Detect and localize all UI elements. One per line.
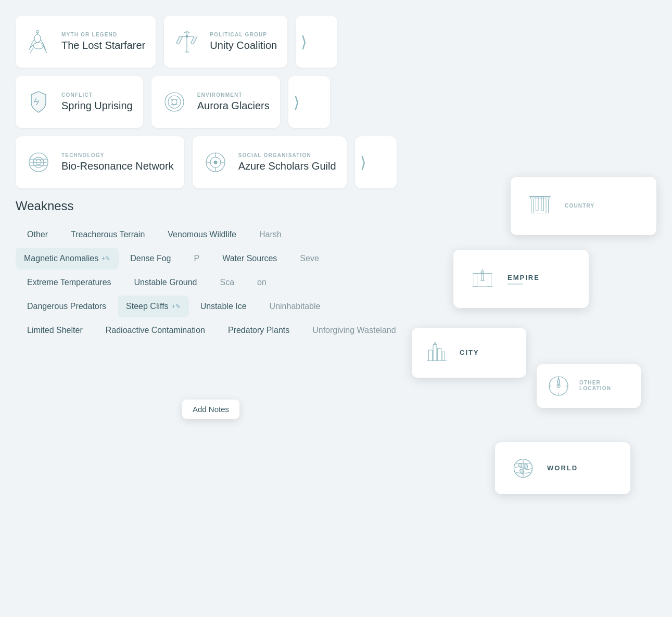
- card-environment-title: Aurora Glaciers: [197, 100, 270, 112]
- overlay-card-other-location-content: OTHER LOCATION: [579, 380, 631, 392]
- card-environment-content: ENVIRONMENT Aurora Glaciers: [197, 92, 270, 112]
- tag-steep-cliffs[interactable]: Steep Cliffs +✎: [118, 295, 189, 317]
- pillars-icon: [523, 189, 556, 223]
- weakness-row-5: Limited Shelter Radioactive Contaminatio…: [16, 319, 656, 341]
- compass-icon: [546, 374, 571, 399]
- target-wheel-icon: [201, 148, 230, 177]
- gear-circle-icon: [24, 148, 53, 177]
- svg-point-8: [165, 93, 184, 111]
- card-social-org-content: SOCIAL ORGANISATION Azure Scholars Guild: [238, 152, 336, 172]
- tag-unforgiving-wasteland[interactable]: Unforgiving Wasteland: [301, 319, 407, 341]
- svg-rect-26: [546, 199, 549, 213]
- tag-limited-shelter[interactable]: Limited Shelter: [16, 319, 94, 341]
- tag-dangerous-predators[interactable]: Dangerous Predators: [16, 295, 118, 317]
- svg-point-9: [168, 96, 181, 108]
- card-political-group-content: POLITICAL GROUP Unity Coalition: [210, 32, 277, 52]
- card-political-group-label: POLITICAL GROUP: [210, 32, 277, 37]
- overlay-card-world[interactable]: WORLD: [495, 442, 630, 494]
- overlay-card-empire[interactable]: EMPIRE: [453, 250, 589, 308]
- add-notes-text: Add Notes: [193, 405, 229, 414]
- tag-dense-fog[interactable]: Dense Fog: [119, 248, 182, 269]
- overlay-card-world-label: WORLD: [547, 464, 578, 472]
- svg-rect-40: [442, 352, 445, 361]
- card-technology-content: TECHNOLOGY Bio-Resonance Network: [61, 152, 174, 172]
- card-myth-legend-title: The Lost Starfarer: [61, 40, 145, 52]
- tag-magnetic-anomalies-edit[interactable]: +✎: [102, 255, 110, 262]
- card-environment[interactable]: ENVIRONMENT Aurora Glaciers: [151, 76, 280, 128]
- card-partial-3: ⟩: [355, 136, 397, 188]
- svg-rect-39: [438, 348, 441, 361]
- globe-icon: [508, 453, 539, 484]
- card-conflict[interactable]: CONFLICT Spring Uprising: [16, 76, 143, 128]
- columns-torch-icon: [466, 262, 499, 295]
- overlay-card-other-location[interactable]: OTHER LOCATION: [537, 364, 641, 408]
- tag-unstable-ice[interactable]: Unstable Ice: [189, 295, 258, 317]
- tag-venomous-wildlife[interactable]: Venomous Wildlife: [156, 224, 248, 246]
- tag-water-sources[interactable]: Water Sources: [211, 248, 288, 269]
- tag-magnetic-anomalies[interactable]: Magnetic Anomalies +✎: [16, 248, 119, 269]
- tag-sca[interactable]: Sca: [209, 272, 246, 293]
- overlay-card-city[interactable]: CITY: [412, 328, 526, 378]
- svg-rect-38: [429, 350, 433, 361]
- card-social-org-label: SOCIAL ORGANISATION: [238, 152, 336, 158]
- overlay-card-other-location-label: OTHER LOCATION: [579, 380, 631, 391]
- svg-rect-37: [433, 345, 437, 361]
- card-social-org-title: Azure Scholars Guild: [238, 160, 336, 172]
- svg-point-43: [557, 384, 560, 388]
- card-technology-label: TECHNOLOGY: [61, 152, 174, 158]
- overlay-card-country-label: COUNTRY: [565, 203, 594, 209]
- svg-rect-31: [474, 274, 477, 287]
- overlay-card-country-content: COUNTRY: [565, 203, 594, 210]
- card-conflict-label: CONFLICT: [61, 92, 133, 98]
- svg-point-10: [172, 99, 177, 105]
- svg-point-3: [33, 43, 44, 49]
- empire-divider: [508, 284, 523, 285]
- tag-other[interactable]: Other: [16, 224, 59, 246]
- tag-seve[interactable]: Seve: [288, 248, 330, 269]
- svg-rect-35: [482, 274, 484, 280]
- overlay-card-city-label: CITY: [460, 349, 479, 356]
- overlay-card-country[interactable]: COUNTRY: [511, 177, 656, 235]
- card-political-group[interactable]: POLITICAL GROUP Unity Coalition: [164, 16, 287, 68]
- scales-icon: [172, 27, 201, 56]
- overlay-card-empire-content: EMPIRE: [508, 274, 540, 285]
- tag-unstable-ground[interactable]: Unstable Ground: [123, 272, 209, 293]
- card-technology[interactable]: TECHNOLOGY Bio-Resonance Network: [16, 136, 184, 188]
- add-notes-tooltip[interactable]: Add Notes: [182, 400, 239, 419]
- svg-rect-28: [536, 197, 539, 211]
- overlay-card-city-content: CITY: [460, 349, 479, 357]
- tag-steep-cliffs-label: Steep Cliffs: [126, 302, 169, 311]
- overlay-card-world-content: WORLD: [547, 464, 578, 473]
- card-conflict-content: CONFLICT Spring Uprising: [61, 92, 133, 112]
- face-target-icon: [160, 87, 189, 117]
- svg-rect-32: [488, 274, 491, 287]
- tag-extreme-temps[interactable]: Extreme Temperatures: [16, 272, 123, 293]
- svg-rect-29: [541, 197, 544, 211]
- card-myth-legend[interactable]: MYTH OR LEGEND The Lost Starfarer: [16, 16, 156, 68]
- svg-point-0: [34, 34, 41, 43]
- tag-on[interactable]: on: [246, 272, 278, 293]
- tag-p[interactable]: P: [182, 248, 211, 269]
- card-myth-legend-label: MYTH OR LEGEND: [61, 32, 145, 37]
- tag-treacherous-terrain[interactable]: Treacherous Terrain: [59, 224, 156, 246]
- svg-rect-25: [531, 199, 534, 213]
- overlay-card-empire-label: EMPIRE: [508, 274, 540, 281]
- card-technology-title: Bio-Resonance Network: [61, 160, 174, 172]
- card-myth-legend-content: MYTH OR LEGEND The Lost Starfarer: [61, 32, 145, 52]
- card-environment-label: ENVIRONMENT: [197, 92, 270, 98]
- card-political-group-title: Unity Coalition: [210, 40, 277, 52]
- tag-steep-cliffs-edit[interactable]: +✎: [172, 303, 181, 310]
- tag-harsh[interactable]: Harsh: [248, 224, 293, 246]
- card-partial-2: ⟩: [288, 76, 330, 128]
- tag-uninhabitable[interactable]: Uninhabitable: [258, 295, 332, 317]
- card-partial-1: ⟩: [296, 16, 337, 68]
- tag-radioactive-contamination[interactable]: Radioactive Contamination: [94, 319, 217, 341]
- tag-magnetic-anomalies-label: Magnetic Anomalies: [24, 254, 98, 263]
- card-conflict-title: Spring Uprising: [61, 100, 133, 112]
- shield-icon: [24, 87, 53, 117]
- card-social-org[interactable]: SOCIAL ORGANISATION Azure Scholars Guild: [193, 136, 347, 188]
- tag-predatory-plants[interactable]: Predatory Plants: [217, 319, 301, 341]
- horse-rider-icon: [24, 27, 53, 56]
- buildings-icon: [422, 338, 451, 367]
- svg-point-19: [214, 161, 217, 164]
